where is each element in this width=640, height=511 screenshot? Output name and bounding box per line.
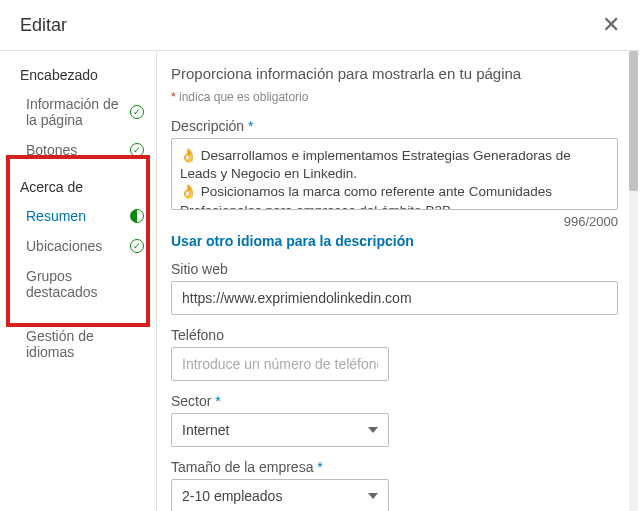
- label-sector: Sector *: [171, 393, 618, 409]
- half-circle-icon: [130, 209, 144, 223]
- label-descripcion: Descripción *: [171, 118, 618, 134]
- sidebar-item-label: Información de la página: [26, 96, 130, 128]
- sidebar-item-label: Ubicaciones: [26, 238, 102, 254]
- select-value: Internet: [182, 422, 229, 438]
- char-counter: 996/2000: [171, 214, 618, 229]
- intro-text: Proporciona información para mostrarla e…: [171, 65, 618, 82]
- sidebar-item-resumen[interactable]: Resumen: [0, 201, 156, 231]
- sitio-input[interactable]: [171, 281, 618, 315]
- required-note-text: indica que es obligatorio: [179, 90, 308, 104]
- descripcion-textarea[interactable]: 👌 Desarrollamos e implementamos Estrateg…: [171, 138, 618, 210]
- check-icon: ✓: [130, 143, 144, 157]
- required-star: *: [215, 393, 220, 409]
- sidebar-item-label: Botones: [26, 142, 77, 158]
- dialog-title: Editar: [20, 15, 67, 36]
- sidebar-item-label: Gestión de idiomas: [26, 328, 144, 360]
- main-scrollbar[interactable]: [629, 51, 638, 511]
- label-tamano: Tamaño de la empresa *: [171, 459, 618, 475]
- required-star: *: [317, 459, 322, 475]
- sector-select[interactable]: Internet: [171, 413, 389, 447]
- label-telefono: Teléfono: [171, 327, 618, 343]
- sidebar: Encabezado Información de la página ✓ Bo…: [0, 51, 157, 511]
- required-note: * indica que es obligatorio: [171, 90, 618, 104]
- main-panel: Proporciona información para mostrarla e…: [157, 51, 640, 511]
- sidebar-item-botones[interactable]: Botones ✓: [0, 135, 156, 165]
- tamano-select[interactable]: 2-10 empleados: [171, 479, 389, 511]
- desc-line: 👌 Posicionamos la marca como referente a…: [180, 183, 597, 210]
- sidebar-item-informacion[interactable]: Información de la página ✓: [0, 89, 156, 135]
- telefono-input[interactable]: [171, 347, 389, 381]
- select-value: 2-10 empleados: [182, 488, 282, 504]
- scrollbar-thumb[interactable]: [629, 51, 638, 191]
- sidebar-item-idiomas[interactable]: Gestión de idiomas: [0, 321, 156, 367]
- language-link[interactable]: Usar otro idioma para la descripción: [171, 233, 414, 249]
- sidebar-section-acerca: Acerca de: [0, 165, 156, 201]
- sidebar-section-encabezado: Encabezado: [0, 59, 156, 89]
- sidebar-item-ubicaciones[interactable]: Ubicaciones ✓: [0, 231, 156, 261]
- label-sitio: Sitio web: [171, 261, 618, 277]
- check-icon: ✓: [130, 105, 144, 119]
- desc-line: 👌 Desarrollamos e implementamos Estrateg…: [180, 147, 597, 183]
- asterisk-icon: *: [171, 90, 176, 104]
- required-star: *: [244, 118, 253, 134]
- sidebar-item-label: Grupos destacados: [26, 268, 144, 300]
- chevron-down-icon: [368, 493, 378, 499]
- sidebar-item-label: Resumen: [26, 208, 86, 224]
- dialog-body: Encabezado Información de la página ✓ Bo…: [0, 51, 640, 511]
- check-icon: ✓: [130, 239, 144, 253]
- sidebar-item-grupos[interactable]: Grupos destacados: [0, 261, 156, 307]
- dialog-header: Editar ✕: [0, 0, 640, 51]
- close-icon[interactable]: ✕: [602, 14, 620, 36]
- chevron-down-icon: [368, 427, 378, 433]
